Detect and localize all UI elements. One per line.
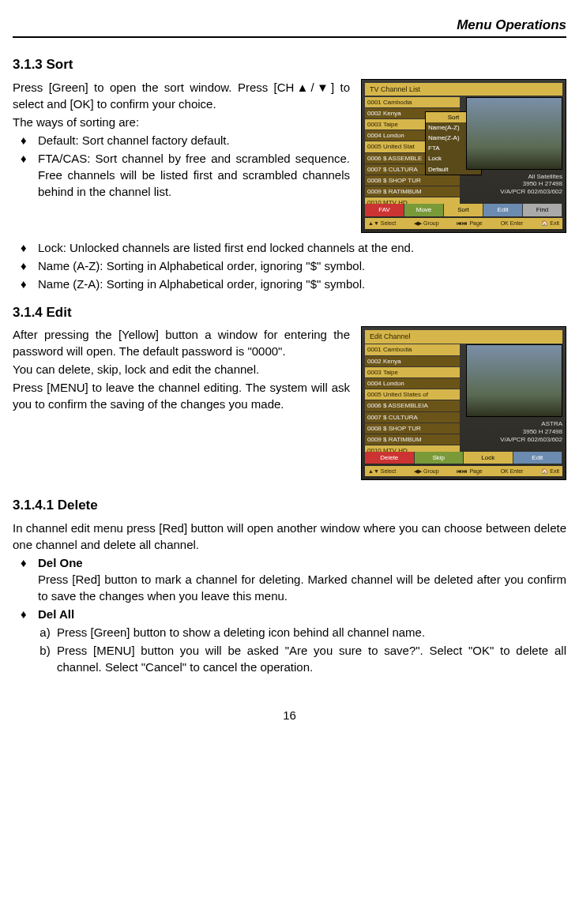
sort-bullets-cont: Lock: Unlocked channels are listed first… [13, 239, 566, 292]
bullet-del-all: Del All Press [Green] button to show a d… [38, 606, 566, 675]
hint: 🏠 Exit [541, 220, 559, 227]
list-item: 0006 $ ASSEMBLEIA [365, 400, 460, 411]
channel-list: 0001 Cambodia 0002 Kenya 0003 Taipe 0004… [365, 344, 460, 456]
hint: OK Enter [501, 468, 524, 475]
heading-sort: 3.1.3 Sort [13, 55, 566, 74]
find-button: Find [523, 204, 562, 216]
hint: ◀▶ Group [414, 468, 438, 475]
list-item: 0002 Kenya [365, 356, 460, 366]
hint: ⏮⏭ Page [457, 468, 482, 475]
preview-image [466, 344, 562, 417]
info-line: ASTRA [468, 420, 562, 428]
list-item: 0009 $ RATIMBUM [365, 434, 460, 445]
list-item: 0001 Cambodia [365, 97, 460, 107]
hint: ▲▼ Select [368, 468, 396, 475]
hint: ◀▶ Group [414, 220, 438, 227]
bullet-default: Default: Sort channel factory default. [38, 132, 566, 148]
bottom-buttons: Delete Skip Lock Edit [365, 452, 562, 464]
page-header: Menu Operations [13, 16, 566, 38]
page-number: 16 [13, 707, 566, 723]
del-all-step-a: Press [Green] button to show a deleting … [57, 624, 566, 640]
edit-button: Edit [483, 204, 523, 216]
bullet-name-az: Name (A-Z): Sorting in Alphabetical orde… [38, 257, 566, 274]
list-item: 0003 Taipe [365, 367, 460, 377]
bottom-hints: ▲▼ Select ◀▶ Group ⏮⏭ Page OK Enter 🏠 Ex… [365, 466, 562, 477]
heading-delete: 3.1.4.1 Delete [13, 496, 566, 515]
list-item: 0004 London [365, 378, 460, 389]
list-item: 0001 Cambodia [365, 344, 460, 355]
sort-button: Sort [444, 204, 483, 216]
bullet-name-za: Name (Z-A): Sorting in Alphabetical orde… [38, 276, 566, 292]
info-line: 3950 H 27498 [468, 428, 562, 436]
delete-paragraph-1: In channel edit menu press [Red] button … [13, 520, 566, 553]
edit-button: Edit [513, 452, 563, 464]
move-button: Move [404, 204, 444, 216]
del-one-text: Press [Red] button to mark a channel for… [38, 571, 566, 604]
hint: 🏠 Exit [541, 468, 559, 475]
delete-button: Delete [365, 452, 415, 464]
info-line: V/A/PCR 602/603/602 [468, 436, 562, 444]
screenshot-title: TV Channel List [365, 83, 562, 96]
hint: OK Enter [501, 220, 524, 227]
bottom-buttons: FAV Move Sort Edit Find [365, 204, 562, 216]
screenshot-edit: Edit Channel 0001 Cambodia 0002 Kenya 00… [361, 326, 566, 480]
del-one-title: Del One [38, 556, 83, 569]
bullet-lock: Lock: Unlocked channels are listed first… [38, 239, 566, 256]
bottom-hints: ▲▼ Select ◀▶ Group ⏮⏭ Page OK Enter 🏠 Ex… [365, 218, 562, 229]
del-all-step-b: Press [MENU] button you will be asked "A… [57, 642, 566, 675]
preview-info: ASTRA 3950 H 27498 V/A/PCR 602/603/602 [468, 420, 562, 443]
hint: ⏮⏭ Page [457, 220, 482, 227]
hint: ▲▼ Select [368, 220, 396, 227]
heading-edit: 3.1.4 Edit [13, 303, 566, 322]
list-item: 0007 $ CULTURA [365, 412, 460, 423]
list-item: 0005 United States of [365, 389, 460, 400]
screenshot-title: Edit Channel [365, 330, 562, 344]
fav-button: FAV [365, 204, 404, 216]
bullet-ftacas: FTA/CAS: Sort channel by free and scramb… [38, 150, 566, 200]
sort-bullets: Default: Sort channel factory default. F… [13, 132, 566, 200]
delete-bullets: Del One Press [Red] button to mark a cha… [13, 554, 566, 675]
del-all-title: Del All [38, 607, 74, 621]
bullet-del-one: Del One Press [Red] button to mark a cha… [38, 554, 566, 604]
lock-button: Lock [464, 452, 513, 464]
list-item: 0008 $ SHOP TUR [365, 423, 460, 434]
del-all-steps: Press [Green] button to show a deleting … [38, 624, 566, 675]
skip-button: Skip [415, 452, 464, 464]
header-title: Menu Operations [457, 17, 566, 32]
